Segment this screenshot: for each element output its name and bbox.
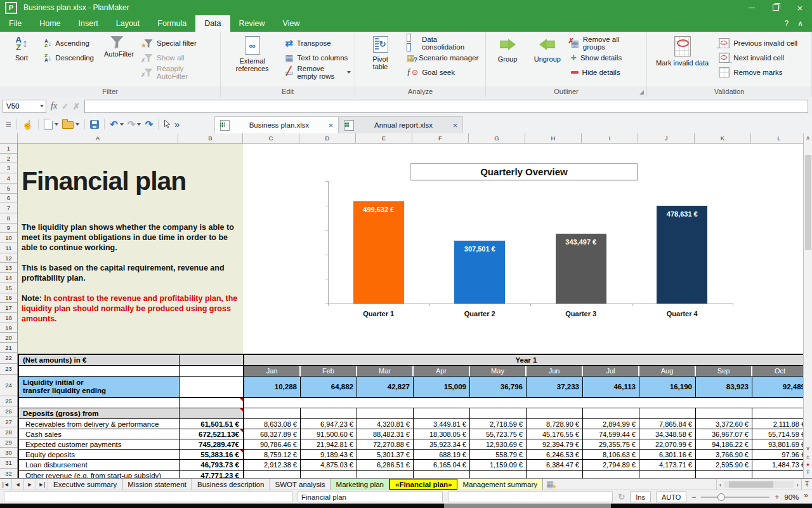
cell-value[interactable]: 2,595.90 € — [696, 460, 752, 471]
text-to-columns-button[interactable]: ▦Text to columns — [285, 51, 351, 64]
next-invalid-cell-button[interactable]: →Next invalid cell — [719, 51, 797, 64]
cell-value[interactable] — [414, 471, 470, 478]
external-references-button[interactable]: ∞External references — [226, 34, 278, 73]
scroll-mark-0[interactable]: ∨ — [806, 445, 810, 451]
cell-value[interactable] — [696, 471, 752, 478]
row-label-equity-deposits[interactable]: Equity deposits — [19, 450, 180, 460]
fx-icon[interactable]: fx — [51, 101, 57, 111]
undo-button[interactable]: ↶ — [108, 119, 126, 130]
table-cell[interactable] — [244, 408, 301, 419]
pivot-table-button[interactable]: ↻Pivot table — [360, 34, 400, 71]
net-amounts-label[interactable]: (Net amounts) in € — [19, 355, 180, 366]
cell-value[interactable] — [244, 471, 301, 478]
column-header-l[interactable]: L — [751, 133, 808, 143]
sheet-tab-financial-plan[interactable]: «Financial plan» — [390, 479, 457, 490]
menu-tab-file[interactable]: File — [0, 15, 30, 32]
scenario-manager-button[interactable]: ▦?Scenario manager — [407, 51, 481, 64]
sheet-nav-previous-icon[interactable]: ◄ — [12, 479, 24, 490]
row-header-6[interactable]: 6 — [0, 194, 17, 204]
pointer-button[interactable] — [162, 118, 173, 130]
row-header-2[interactable]: 2 — [0, 154, 17, 164]
vertical-scrollbar-thumb[interactable] — [805, 155, 811, 250]
cell-value[interactable]: 2,718.59 € — [470, 419, 527, 429]
cell-value[interactable]: 6,384.47 € — [527, 460, 583, 471]
sort-button[interactable]: AZ↕Sort — [5, 34, 38, 62]
row-header-27[interactable]: 27 — [0, 417, 17, 427]
sheet-tab-mission-statement[interactable]: Mission statement — [122, 479, 192, 490]
cell-value[interactable]: 8,633.08 € — [244, 419, 301, 429]
row-total[interactable]: 55,383.16 € — [180, 450, 244, 460]
column-header-h[interactable]: H — [525, 133, 582, 143]
redo-gray-button[interactable]: ↷ — [126, 119, 143, 130]
cell-value[interactable]: 2,111.88 € — [752, 419, 809, 429]
row-header-25[interactable]: 25 — [0, 396, 17, 406]
row-label-receivables-from-deliver[interactable]: Receivables from delivery & performance — [19, 419, 180, 429]
document-tab-business-plan-xlsx[interactable]: Business plan.xlsx× — [214, 116, 339, 133]
table-cell[interactable] — [470, 408, 527, 419]
save-button[interactable] — [88, 119, 101, 130]
table-cell[interactable] — [244, 398, 809, 408]
zoom-slider[interactable] — [701, 497, 769, 498]
year-header[interactable]: Year 1 — [244, 355, 809, 366]
row-header-21[interactable]: 21 — [0, 343, 17, 353]
row-header-11[interactable]: 11 — [0, 243, 17, 253]
zoom-in-icon[interactable]: + — [775, 493, 779, 502]
remove-all-groups-button[interactable]: ▦✗Remove all groups — [571, 37, 643, 50]
menu-tab-insert[interactable]: Insert — [70, 15, 107, 32]
bar-quarter-2[interactable]: 307,501 € — [454, 241, 505, 304]
column-header-g[interactable]: G — [469, 133, 525, 143]
liquidity-value[interactable]: 64,882 — [301, 377, 357, 398]
row-total[interactable]: 47,771.23 € — [180, 471, 244, 478]
menu-tab-view[interactable]: View — [274, 15, 309, 32]
cell-value[interactable]: 97.96 € — [752, 450, 809, 460]
row-header-9[interactable]: 9 — [0, 224, 17, 234]
cell-value[interactable]: 2,794.89 € — [583, 460, 639, 471]
horizontal-scrollbar[interactable]: ‹ › — [716, 479, 801, 490]
close-button[interactable]: × — [788, 0, 812, 15]
row-total[interactable]: 46,793.73 € — [180, 460, 244, 471]
insert-mode-toggle[interactable]: Ins — [630, 491, 651, 502]
transpose-button[interactable]: ⇄Transpose — [285, 37, 351, 50]
liquidity-value[interactable]: 46,113 — [583, 377, 639, 398]
cell-value[interactable] — [470, 471, 527, 478]
menu-tab-formula[interactable]: Formula — [148, 15, 195, 32]
sheet-tab-business-description[interactable]: Business description — [192, 479, 270, 490]
bar-quarter-1[interactable]: 499,632 € — [353, 201, 404, 304]
cell-value[interactable]: 558.79 € — [470, 450, 527, 460]
row-header-13[interactable]: 13 — [0, 263, 17, 273]
minimize-button[interactable] — [740, 0, 764, 15]
cell-value[interactable]: 55,723.75 € — [470, 429, 527, 439]
hide-details-button[interactable]: Hide details — [571, 66, 643, 79]
cell-value[interactable]: 35,923.34 € — [414, 439, 470, 450]
row-total[interactable]: 61,501.51 € — [180, 419, 244, 429]
cell-value[interactable]: 6,246.53 € — [527, 450, 583, 460]
row-header-3[interactable]: 3 — [0, 163, 17, 173]
cell-value[interactable]: 12,930.69 € — [470, 439, 527, 450]
cancel-icon[interactable]: ✗ — [73, 102, 80, 111]
sheet-tab-swot-analysis[interactable]: SWOT analysis — [270, 479, 331, 490]
table-cell[interactable] — [752, 408, 809, 419]
cell-value[interactable] — [752, 471, 809, 478]
table-cell[interactable] — [301, 408, 357, 419]
month-header-feb[interactable]: Feb — [301, 366, 357, 377]
data-consolidation-button[interactable]: Data consolidation — [407, 37, 481, 50]
table-cell[interactable] — [414, 408, 470, 419]
show-all-button[interactable]: ✗Show all — [144, 51, 216, 64]
goal-seek-button[interactable]: ƒ⊙Goal seek — [407, 66, 481, 79]
menu-tab-home[interactable]: Home — [30, 15, 69, 32]
financial-plan-infobox[interactable]: Financial plan The liquidity plan shows … — [18, 144, 243, 354]
cell-value[interactable]: 4,875.03 € — [301, 460, 357, 471]
cell-value[interactable]: 4,173.71 € — [639, 460, 696, 471]
menu-tab-review[interactable]: Review — [230, 15, 274, 32]
descending-button[interactable]: ZA↓Descending — [44, 51, 94, 64]
cell-value[interactable]: 6,301.16 € — [639, 450, 696, 460]
table-cell[interactable] — [527, 408, 583, 419]
row-header-18[interactable]: 18 — [0, 313, 17, 323]
reapply-autofilter-button[interactable]: ✗Reapply AutoFilter — [144, 66, 216, 79]
liquidity-value[interactable]: 16,190 — [639, 377, 696, 398]
hand-button[interactable]: ☝ — [20, 119, 35, 130]
cell-value[interactable]: 55,714.59 € — [752, 429, 809, 439]
remove-marks-button[interactable]: Remove marks — [719, 66, 797, 79]
cell-value[interactable] — [527, 471, 583, 478]
liquidity-value[interactable]: 37,233 — [527, 377, 583, 398]
